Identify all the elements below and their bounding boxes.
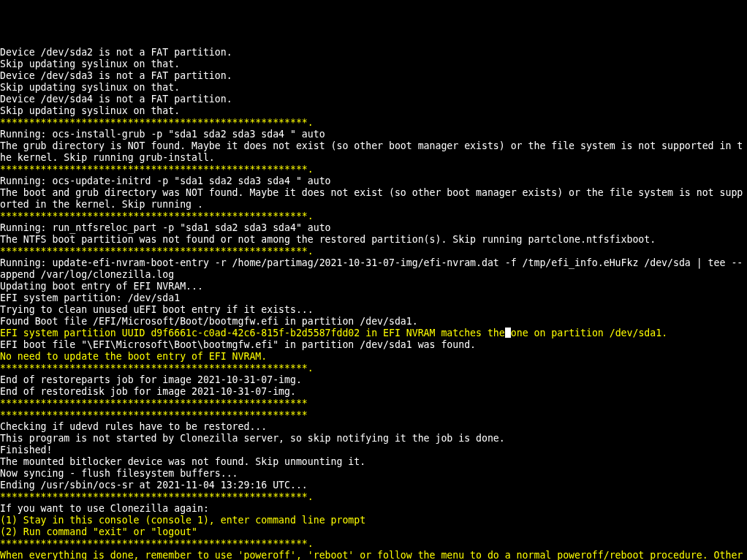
cursor (505, 328, 511, 338)
terminal-line: ****************************************… (0, 164, 747, 175)
terminal-line: Device /dev/sda2 is not a FAT partition. (0, 47, 747, 58)
terminal-line: Skip updating syslinux on that. (0, 105, 747, 117)
terminal-line: The mounted bitlocker device was not fou… (0, 456, 747, 468)
terminal-line: If you want to use Clonezilla again: (0, 503, 747, 515)
terminal-line: ****************************************… (0, 538, 747, 550)
terminal-line: The grub directory is NOT found. Maybe i… (0, 140, 747, 152)
terminal-line: ****************************************… (0, 398, 747, 409)
terminal-line: This program is not started by Clonezill… (0, 433, 747, 444)
terminal-line: ****************************************… (0, 117, 747, 129)
terminal-line: ****************************************… (0, 409, 747, 421)
terminal-line: Skip updating syslinux on that. (0, 82, 747, 94)
terminal-line: Running: update-efi-nvram-boot-entry -r … (0, 257, 747, 269)
terminal-line: EFI boot file "\EFI\Microsoft\Boot\bootm… (0, 339, 747, 351)
terminal-line: Finished! (0, 444, 747, 456)
terminal-line: The NTFS boot partition was not found or… (0, 234, 747, 246)
terminal-line: Trying to clean unused uEFI boot entry i… (0, 304, 747, 316)
terminal-line: Now syncing - flush filesystem buffers..… (0, 468, 747, 480)
terminal-line: Running: ocs-update-initrd -p "sda1 sda2… (0, 175, 747, 187)
terminal-line: append /var/log/clonezilla.log (0, 269, 747, 281)
terminal-line: Checking if udevd rules have to be resto… (0, 421, 747, 433)
terminal-line: ****************************************… (0, 246, 747, 257)
terminal-line: orted in the kernel. Skip running . (0, 199, 747, 211)
terminal-line: End of restoreparts job for image 2021-1… (0, 374, 747, 386)
terminal-line: EFI system partition: /dev/sda1 (0, 292, 747, 304)
terminal-line: he kernel. Skip running grub-install. (0, 152, 747, 164)
terminal-line: No need to update the boot entry of EFI … (0, 351, 747, 363)
terminal-line: Running: run_ntfsreloc_part -p "sda1 sda… (0, 222, 747, 234)
terminal-line: Skip updating syslinux on that. (0, 58, 747, 70)
terminal-line: Found Boot file /EFI/Microsoft/Boot/boot… (0, 316, 747, 328)
terminal-line: Device /dev/sda4 is not a FAT partition. (0, 94, 747, 105)
terminal-line: End of restoredisk job for image 2021-10… (0, 386, 747, 398)
terminal-line: Running: ocs-install-grub -p "sda1 sda2 … (0, 129, 747, 140)
terminal-line: Ending /usr/sbin/ocs-sr at 2021-11-04 13… (0, 480, 747, 491)
terminal-line: ****************************************… (0, 211, 747, 222)
terminal-line: (1) Stay in this console (console 1), en… (0, 515, 747, 526)
terminal-line: (2) Run command "exit" or "logout" (0, 526, 747, 538)
terminal-line: ****************************************… (0, 363, 747, 374)
terminal-line: The boot and grub directory was NOT foun… (0, 187, 747, 199)
terminal-line: ****************************************… (0, 491, 747, 503)
terminal-line: EFI system partition UUID d9f6661c-c0ad-… (0, 328, 747, 339)
terminal-line: Device /dev/sda3 is not a FAT partition. (0, 70, 747, 82)
terminal-line: Updating boot entry of EFI NVRAM... (0, 281, 747, 292)
terminal-output[interactable]: Device /dev/sda2 is not a FAT partition.… (0, 47, 747, 560)
terminal-line: When everything is done, remember to use… (0, 550, 747, 560)
